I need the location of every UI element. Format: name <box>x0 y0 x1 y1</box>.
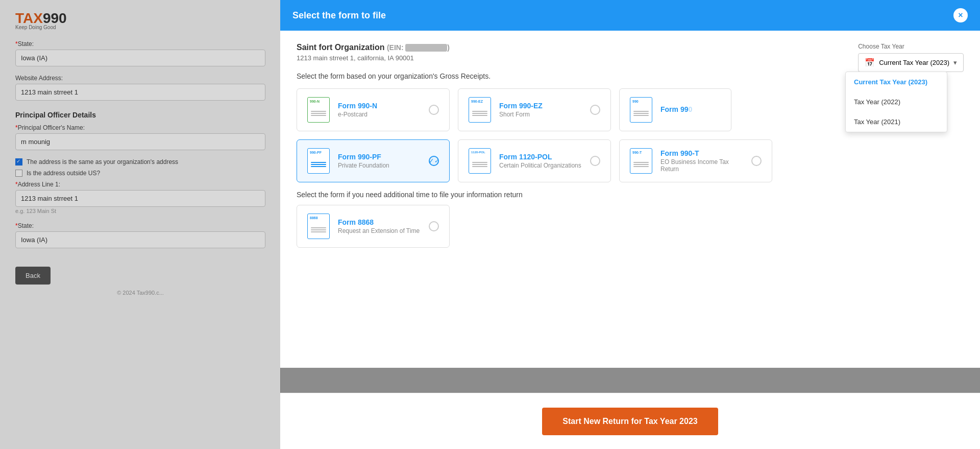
forms-grid-row2: 990-PF Form 990-PF Private Foundation ✓ <box>297 139 964 182</box>
form-card-1120pol[interactable]: 1120-POL Form 1120-POL Certain Political… <box>458 139 611 182</box>
same-address-checkbox[interactable] <box>15 158 22 166</box>
state2-input[interactable]: Iowa (IA) <box>15 231 265 248</box>
calendar-icon: 📅 <box>865 58 875 67</box>
form-select-modal: Select the form to file × Saint fort Org… <box>280 0 980 368</box>
start-new-return-button[interactable]: Start New Return for Tax Year 2023 <box>542 408 718 435</box>
form-name-990: Form 990 <box>660 105 721 113</box>
form-card-990t[interactable]: 990-T Form 990-T EO Business Income Tax … <box>619 139 772 182</box>
website-field-group: Website Address: 1213 main strreet 1 <box>15 75 265 101</box>
officer-name-input[interactable]: m mounig <box>15 133 265 150</box>
form-name-990ez: Form 990-EZ <box>499 102 582 110</box>
dropdown-item-2021[interactable]: Tax Year (2021) <box>846 112 947 132</box>
state-label: *State: <box>15 40 265 48</box>
form-desc-990ez: Short Form <box>499 111 582 118</box>
tax-year-dropdown[interactable]: 📅 Current Tax Year (2023) ▾ <box>858 53 964 72</box>
state2-field-group: *State: Iowa (IA) <box>15 222 265 248</box>
form-card-990[interactable]: 990 Form 990 <box>619 88 731 131</box>
state2-label: *State: <box>15 222 265 229</box>
form-info-1120pol: Form 1120-POL Certain Political Organiza… <box>499 153 582 169</box>
state-input[interactable]: Iowa (IA) <box>15 50 265 66</box>
extension-section-label: Select the form if you need additional t… <box>297 191 964 199</box>
form-desc-990pf: Private Foundation <box>338 162 421 169</box>
form-name-990pf: Form 990-PF <box>338 153 421 161</box>
form-icon-990pf: 990-PF <box>307 148 330 174</box>
outside-us-row: Is the address outside US? <box>15 170 265 177</box>
outside-us-label: Is the address outside US? <box>27 170 100 177</box>
form-desc-990t: EO Business Income Tax Return <box>660 158 743 173</box>
state-field-group: *State: Iowa (IA) <box>15 40 265 66</box>
modal-body: Saint fort Organization (EIN: ░░░░░░░░) … <box>280 31 980 368</box>
form-radio-990t[interactable] <box>751 156 762 166</box>
form-desc-8868: Request an Extension of Time <box>338 227 421 234</box>
tax-year-label: Choose Tax Year <box>858 43 904 50</box>
form-name-990t: Form 990-T <box>660 149 743 157</box>
form-card-990ez[interactable]: 990-EZ Form 990-EZ Short Form <box>458 88 611 131</box>
address-hint: e.g. 123 Main St <box>15 208 265 214</box>
form-info-8868: Form 8868 Request an Extension of Time <box>338 218 421 234</box>
outside-us-checkbox[interactable] <box>15 170 22 177</box>
address-line1-field-group: *Address Line 1: 1213 main strreet 1 e.g… <box>15 181 265 214</box>
same-address-row: The address is the same as your organiza… <box>15 158 265 166</box>
footer-text: © 2024 Tax990.c... <box>15 290 265 296</box>
form-icon-990t: 990-T <box>630 148 652 174</box>
form-name-1120pol: Form 1120-POL <box>499 153 582 161</box>
form-info-990t: Form 990-T EO Business Income Tax Return <box>660 149 743 173</box>
form-info-990ez: Form 990-EZ Short Form <box>499 102 582 118</box>
website-label: Website Address: <box>15 75 265 82</box>
form-icon-1120pol: 1120-POL <box>469 148 491 174</box>
modal-title: Select the form to file <box>292 10 386 21</box>
officer-name-field-group: *Principal Officer's Name: m mounig <box>15 124 265 150</box>
form-info-990: Form 990 <box>660 105 721 114</box>
modal-close-button[interactable]: × <box>953 8 968 22</box>
ein-value: ░░░░░░░░ <box>405 44 447 52</box>
modal-footer: Start New Return for Tax Year 2023 <box>280 393 980 449</box>
form-icon-990n: 990-N <box>307 97 330 123</box>
form-radio-990pf[interactable]: ✓ <box>429 156 439 166</box>
logo-tagline: Keep Doing Good <box>15 25 265 30</box>
website-input[interactable]: 1213 main strreet 1 <box>15 84 265 101</box>
principal-officer-section-title: Principal Officer Details <box>15 111 265 119</box>
forms-grid-extension: 8868 Form 8868 Request an Extension of T… <box>297 205 964 248</box>
same-address-label: The address is the same as your organiza… <box>27 158 178 166</box>
form-radio-990ez[interactable] <box>590 105 600 115</box>
form-radio-990n[interactable] <box>429 105 439 115</box>
tax-year-selected: Current Tax Year (2023) <box>879 59 949 66</box>
form-name-990n: Form 990-N <box>338 102 421 110</box>
form-desc-1120pol: Certain Political Organizations <box>499 162 582 169</box>
dropdown-item-2023[interactable]: Current Tax Year (2023) <box>846 72 947 92</box>
logo-area: TAX990 Keep Doing Good <box>15 10 265 30</box>
form-icon-8868: 8868 <box>307 214 330 239</box>
form-radio-1120pol[interactable] <box>590 156 600 166</box>
form-icon-990ez: 990-EZ <box>469 97 491 123</box>
form-info-990pf: Form 990-PF Private Foundation <box>338 153 421 169</box>
form-name-8868: Form 8868 <box>338 218 421 226</box>
form-desc-990n: e-Postcard <box>338 111 421 118</box>
form-card-990pf[interactable]: 990-PF Form 990-PF Private Foundation ✓ <box>297 139 450 182</box>
back-button[interactable]: Back <box>15 267 51 285</box>
extension-section: Select the form if you need additional t… <box>297 191 964 248</box>
form-info-990n: Form 990-N e-Postcard <box>338 102 421 118</box>
address-line1-input[interactable]: 1213 main strreet 1 <box>15 190 265 207</box>
dropdown-item-2022[interactable]: Tax Year (2022) <box>846 92 947 112</box>
modal-header: Select the form to file × <box>280 0 980 31</box>
form-icon-990: 990 <box>630 97 652 123</box>
form-card-990n[interactable]: 990-N Form 990-N e-Postcard <box>297 88 450 131</box>
tax-year-selector: Choose Tax Year 📅 Current Tax Year (2023… <box>858 43 964 72</box>
address-line1-label: *Address Line 1: <box>15 181 265 188</box>
background-form: TAX990 Keep Doing Good *State: Iowa (IA)… <box>0 0 281 449</box>
form-radio-8868[interactable] <box>429 221 439 231</box>
form-card-8868[interactable]: 8868 Form 8868 Request an Extension of T… <box>297 205 450 248</box>
officer-name-label: *Principal Officer's Name: <box>15 124 265 131</box>
tax-year-dropdown-menu: Current Tax Year (2023) Tax Year (2022) … <box>845 72 947 132</box>
chevron-down-icon: ▾ <box>953 59 957 66</box>
org-ein: (EIN: ░░░░░░░░) <box>387 43 450 52</box>
